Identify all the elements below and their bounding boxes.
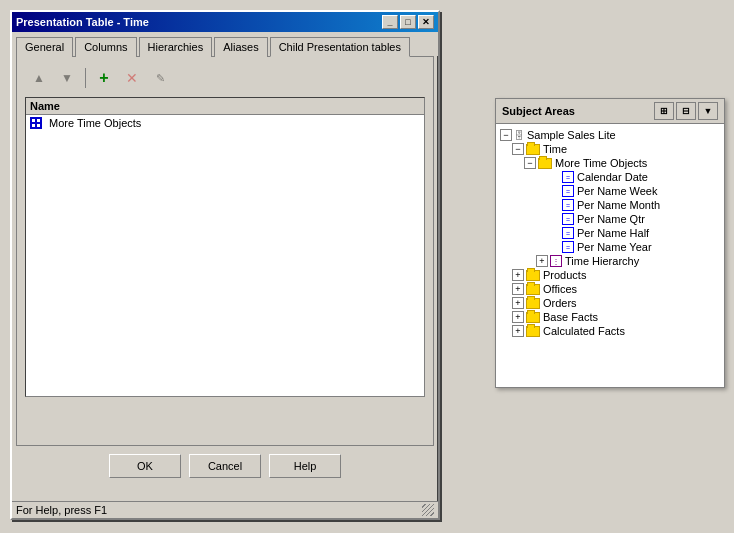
tree-label-per-name-year: Per Name Year (577, 241, 652, 253)
tree-item-offices[interactable]: + Offices (498, 282, 722, 296)
tree-label-time: Time (543, 143, 567, 155)
bottom-buttons: OK Cancel Help (12, 446, 438, 484)
tree-item-per-name-week[interactable]: = Per Name Week (498, 184, 722, 198)
add-button[interactable]: + (92, 67, 116, 89)
arrow-up-icon: ▲ (33, 71, 45, 85)
toolbar-separator (85, 68, 86, 88)
tree-item-per-name-qtr[interactable]: = Per Name Qtr (498, 212, 722, 226)
field-icon-qtr: = (562, 213, 574, 225)
expander-time[interactable]: − (512, 143, 524, 155)
tree-label-per-name-week: Per Name Week (577, 185, 658, 197)
field-icon-calendar: = (562, 171, 574, 183)
tree-label-calendar-date: Calendar Date (577, 171, 648, 183)
tree-label-products: Products (543, 269, 586, 281)
tree-area[interactable]: − 🗄 Sample Sales Lite − Time − More Time… (496, 124, 724, 384)
list-area[interactable]: Name More Time Objects (25, 97, 425, 397)
maximize-button[interactable]: □ (400, 15, 416, 29)
tab-general[interactable]: General (16, 37, 73, 57)
tree-item-per-name-half[interactable]: = Per Name Half (498, 226, 722, 240)
db-icon: 🗄 (514, 130, 524, 141)
delete-icon: ✕ (126, 70, 138, 86)
resize-grip (422, 504, 434, 516)
delete-button[interactable]: ✕ (120, 67, 144, 89)
tree-label-time-hierarchy: Time Hierarchy (565, 255, 639, 267)
panel-dropdown[interactable]: ▼ (698, 102, 718, 120)
tree-label-calculated-facts: Calculated Facts (543, 325, 625, 337)
edit-button[interactable]: ✎ (148, 67, 172, 89)
field-icon-week: = (562, 185, 574, 197)
status-bar: For Help, press F1 (12, 501, 438, 518)
status-text: For Help, press F1 (16, 504, 107, 516)
tree-item-per-name-year[interactable]: = Per Name Year (498, 240, 722, 254)
tab-aliases[interactable]: Aliases (214, 37, 267, 57)
tree-label-orders: Orders (543, 297, 577, 309)
expander-root[interactable]: − (500, 129, 512, 141)
tree-item-calendar-date[interactable]: = Calendar Date (498, 170, 722, 184)
panel-header-buttons: ⊞ ⊟ ▼ (654, 102, 718, 120)
list-item-label: More Time Objects (49, 117, 141, 129)
tree-label-offices: Offices (543, 283, 577, 295)
tree-item-products[interactable]: + Products (498, 268, 722, 282)
expander-more-time[interactable]: − (524, 157, 536, 169)
expander-time-hierarchy[interactable]: + (536, 255, 548, 267)
folder-icon-orders (526, 298, 540, 309)
pencil-icon: ✎ (156, 72, 165, 85)
expander-offices[interactable]: + (512, 283, 524, 295)
tree-label-base-facts: Base Facts (543, 311, 598, 323)
list-item[interactable]: More Time Objects (26, 115, 424, 131)
ok-button[interactable]: OK (109, 454, 181, 478)
tree-item-root[interactable]: − 🗄 Sample Sales Lite (498, 128, 722, 142)
move-down-button[interactable]: ▼ (55, 67, 79, 89)
tab-child-presentation[interactable]: Child Presentation tables (270, 37, 410, 57)
tree-label-per-name-month: Per Name Month (577, 199, 660, 211)
list-header: Name (26, 98, 424, 115)
folder-icon-products (526, 270, 540, 281)
expander-calculated-facts[interactable]: + (512, 325, 524, 337)
tree-item-time[interactable]: − Time (498, 142, 722, 156)
tree-label-root: Sample Sales Lite (527, 129, 616, 141)
tree-item-time-hierarchy[interactable]: + ⋮ Time Hierarchy (498, 254, 722, 268)
field-icon-month: = (562, 199, 574, 211)
panel-btn-1[interactable]: ⊞ (654, 102, 674, 120)
main-dialog: Presentation Table - Time _ □ ✕ General … (10, 10, 440, 520)
title-bar-buttons: _ □ ✕ (382, 15, 434, 29)
tab-columns[interactable]: Columns (75, 37, 136, 57)
tree-item-orders[interactable]: + Orders (498, 296, 722, 310)
folder-icon-base-facts (526, 312, 540, 323)
tree-item-per-name-month[interactable]: = Per Name Month (498, 198, 722, 212)
tabs-row: General Columns Hierarchies Aliases Chil… (12, 32, 438, 56)
expander-base-facts[interactable]: + (512, 311, 524, 323)
subject-areas-panel: Subject Areas ⊞ ⊟ ▼ − 🗄 Sample Sales Lit… (495, 98, 725, 388)
folder-icon-offices (526, 284, 540, 295)
dialog-title: Presentation Table - Time (16, 16, 382, 28)
tree-item-calculated-facts[interactable]: + Calculated Facts (498, 324, 722, 338)
panel-title: Subject Areas (502, 105, 575, 117)
plus-icon: + (99, 69, 108, 87)
close-button[interactable]: ✕ (418, 15, 434, 29)
tab-content: ▲ ▼ + ✕ ✎ Name More Time Objects (16, 56, 434, 446)
tree-label-per-name-half: Per Name Half (577, 227, 649, 239)
cancel-button[interactable]: Cancel (189, 454, 261, 478)
field-icon-year: = (562, 241, 574, 253)
help-button[interactable]: Help (269, 454, 341, 478)
tree-item-more-time[interactable]: − More Time Objects (498, 156, 722, 170)
panel-btn-2[interactable]: ⊟ (676, 102, 696, 120)
folder-icon-more-time (538, 158, 552, 169)
tree-label-more-time: More Time Objects (555, 157, 647, 169)
table-icon (30, 117, 42, 129)
field-icon-half: = (562, 227, 574, 239)
expander-products[interactable]: + (512, 269, 524, 281)
tree-item-base-facts[interactable]: + Base Facts (498, 310, 722, 324)
minimize-button[interactable]: _ (382, 15, 398, 29)
hierarchy-icon: ⋮ (550, 255, 562, 267)
tab-hierarchies[interactable]: Hierarchies (139, 37, 213, 57)
title-bar: Presentation Table - Time _ □ ✕ (12, 12, 438, 32)
folder-icon-time (526, 144, 540, 155)
expander-orders[interactable]: + (512, 297, 524, 309)
tree-label-per-name-qtr: Per Name Qtr (577, 213, 645, 225)
panel-header: Subject Areas ⊞ ⊟ ▼ (496, 99, 724, 124)
arrow-down-icon: ▼ (61, 71, 73, 85)
move-up-button[interactable]: ▲ (27, 67, 51, 89)
toolbar: ▲ ▼ + ✕ ✎ (25, 65, 425, 91)
folder-icon-calculated-facts (526, 326, 540, 337)
